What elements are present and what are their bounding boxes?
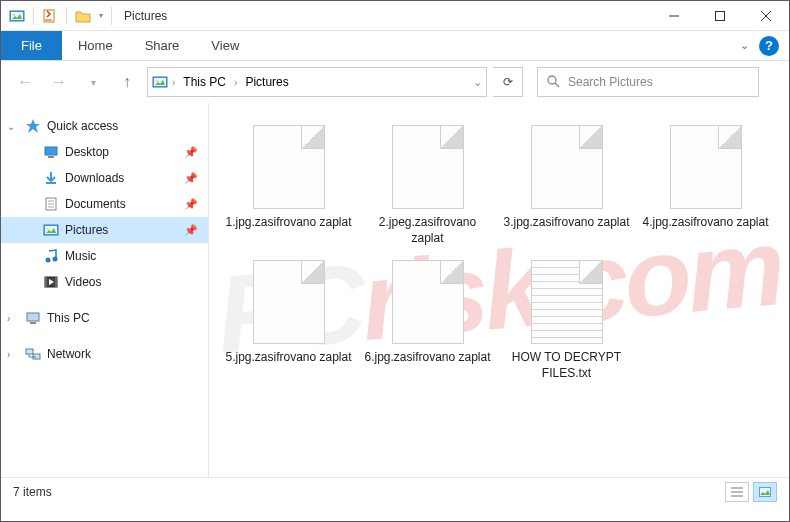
minimize-button[interactable] xyxy=(651,1,697,30)
window-title: Pictures xyxy=(124,9,167,23)
file-item[interactable]: 1.jpg.zasifrovano zaplat xyxy=(221,121,356,250)
details-view-button[interactable] xyxy=(725,482,749,502)
sidebar-item-documents[interactable]: Documents📌 xyxy=(1,191,208,217)
sidebar-thispc[interactable]: › This PC xyxy=(1,305,208,331)
sidebar-item-pictures[interactable]: Pictures📌 xyxy=(1,217,208,243)
file-thumbnail-icon xyxy=(531,125,603,209)
sidebar-item-label: Documents xyxy=(65,197,126,211)
address-bar[interactable]: › This PC › Pictures ⌄ xyxy=(147,67,487,97)
music-icon xyxy=(43,248,59,264)
pin-icon: 📌 xyxy=(184,172,198,185)
file-thumbnail-icon xyxy=(392,125,464,209)
sidebar-item-label: Music xyxy=(65,249,96,263)
pin-icon: 📌 xyxy=(184,224,198,237)
file-grid: PCrisk.com 1.jpg.zasifrovano zaplat2.jpe… xyxy=(209,103,789,477)
breadcrumb-pictures[interactable]: Pictures xyxy=(241,75,292,89)
pictures-icon xyxy=(43,222,59,238)
chevron-down-icon[interactable]: ⌄ xyxy=(7,121,19,132)
file-item[interactable]: 4.jpg.zasifrovano zaplat xyxy=(638,121,773,250)
svg-rect-27 xyxy=(55,277,57,287)
chevron-right-icon[interactable]: › xyxy=(172,77,175,88)
sidebar-item-label: Videos xyxy=(65,275,101,289)
breadcrumb-label: Pictures xyxy=(245,75,288,89)
properties-icon[interactable] xyxy=(42,8,58,24)
downloads-icon xyxy=(43,170,59,186)
computer-icon xyxy=(25,310,41,326)
folder-pictures-icon xyxy=(9,8,25,24)
sidebar-label: This PC xyxy=(47,311,90,325)
svg-point-11 xyxy=(548,76,556,84)
file-name: 2.jpeg.zasifrovano zaplat xyxy=(364,215,491,246)
back-button[interactable]: ← xyxy=(11,68,39,96)
recent-locations-icon[interactable]: ▾ xyxy=(79,68,107,96)
file-thumbnail-icon xyxy=(392,260,464,344)
folder-icon[interactable] xyxy=(75,8,91,24)
forward-button[interactable]: → xyxy=(45,68,73,96)
pin-icon: 📌 xyxy=(184,146,198,159)
file-thumbnail-icon xyxy=(253,260,325,344)
sidebar-label: Network xyxy=(47,347,91,361)
sidebar-item-downloads[interactable]: Downloads📌 xyxy=(1,165,208,191)
file-thumbnail-icon xyxy=(531,260,603,344)
file-name: HOW TO DECRYPT FILES.txt xyxy=(503,350,630,381)
svg-rect-30 xyxy=(26,349,33,354)
file-name: 5.jpg.zasifrovano zaplat xyxy=(225,350,351,366)
search-input[interactable]: Search Pictures xyxy=(537,67,759,97)
svg-rect-29 xyxy=(30,322,36,324)
star-icon xyxy=(25,118,41,134)
sidebar-item-music[interactable]: Music xyxy=(1,243,208,269)
file-tab[interactable]: File xyxy=(1,31,62,60)
thumbnails-view-button[interactable] xyxy=(753,482,777,502)
svg-point-10 xyxy=(156,80,158,82)
maximize-button[interactable] xyxy=(697,1,743,30)
network-icon xyxy=(25,346,41,362)
file-item[interactable]: 2.jpeg.zasifrovano zaplat xyxy=(360,121,495,250)
share-tab[interactable]: Share xyxy=(129,31,196,60)
expand-ribbon-icon[interactable]: ⌄ xyxy=(740,39,749,52)
file-item[interactable]: HOW TO DECRYPT FILES.txt xyxy=(499,256,634,385)
sidebar-item-label: Pictures xyxy=(65,223,108,237)
sidebar-item-label: Downloads xyxy=(65,171,124,185)
desktop-icon xyxy=(43,144,59,160)
svg-point-22 xyxy=(47,228,49,230)
search-icon xyxy=(546,74,560,91)
close-button[interactable] xyxy=(743,1,789,30)
chevron-right-icon[interactable]: › xyxy=(234,77,237,88)
sidebar-label: Quick access xyxy=(47,119,118,133)
breadcrumb-thispc[interactable]: This PC xyxy=(179,75,230,89)
file-item[interactable]: 3.jpg.zasifrovano zaplat xyxy=(499,121,634,250)
separator xyxy=(111,7,112,25)
file-name: 1.jpg.zasifrovano zaplat xyxy=(225,215,351,231)
view-tab[interactable]: View xyxy=(195,31,255,60)
svg-rect-13 xyxy=(45,147,57,155)
pin-icon: 📌 xyxy=(184,198,198,211)
file-thumbnail-icon xyxy=(670,125,742,209)
help-icon[interactable]: ? xyxy=(759,36,779,56)
sidebar-quickaccess[interactable]: ⌄ Quick access xyxy=(1,113,208,139)
qat-dropdown-icon[interactable]: ▾ xyxy=(99,11,103,20)
svg-point-24 xyxy=(53,257,58,262)
file-item[interactable]: 5.jpg.zasifrovano zaplat xyxy=(221,256,356,385)
chevron-right-icon[interactable]: › xyxy=(7,313,19,324)
file-item[interactable]: 6.jpg.zasifrovano zaplat xyxy=(360,256,495,385)
breadcrumb-label: This PC xyxy=(183,75,226,89)
videos-icon xyxy=(43,274,59,290)
chevron-down-icon[interactable]: ⌄ xyxy=(473,76,482,89)
svg-line-12 xyxy=(555,83,559,87)
svg-point-2 xyxy=(13,13,15,15)
separator xyxy=(33,7,34,25)
chevron-right-icon[interactable]: › xyxy=(7,349,19,360)
home-tab[interactable]: Home xyxy=(62,31,129,60)
status-bar: 7 items xyxy=(1,477,789,505)
svg-rect-5 xyxy=(716,11,725,20)
svg-rect-26 xyxy=(45,277,47,287)
sidebar-network[interactable]: › Network xyxy=(1,341,208,367)
up-button[interactable]: ↑ xyxy=(113,68,141,96)
sidebar-item-desktop[interactable]: Desktop📌 xyxy=(1,139,208,165)
sidebar-item-videos[interactable]: Videos xyxy=(1,269,208,295)
folder-pictures-icon xyxy=(152,74,168,90)
title-bar: ▾ Pictures xyxy=(1,1,789,31)
svg-point-23 xyxy=(46,258,51,263)
refresh-button[interactable]: ⟳ xyxy=(493,67,523,97)
file-name: 4.jpg.zasifrovano zaplat xyxy=(642,215,768,231)
